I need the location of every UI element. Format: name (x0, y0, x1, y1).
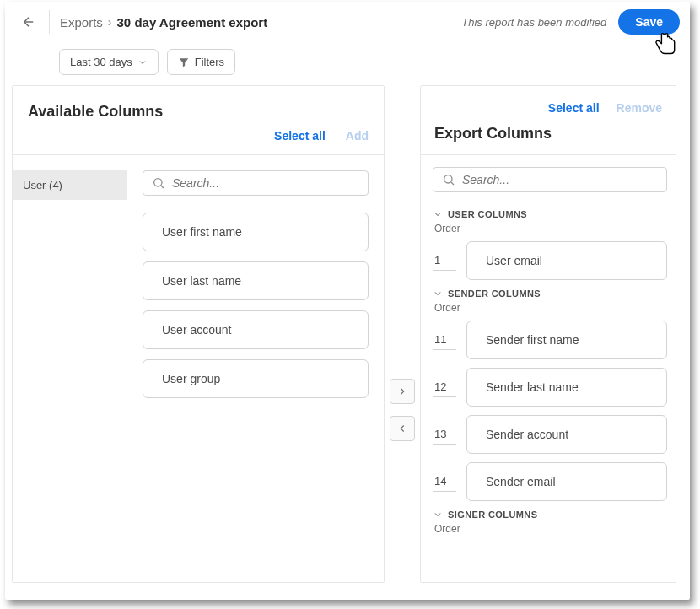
export-column[interactable]: Sender email (466, 462, 667, 501)
order-number[interactable]: 12 (433, 377, 456, 397)
chevron-left-icon (396, 423, 408, 434)
export-row: 14 Sender email (433, 462, 667, 501)
category-user[interactable]: User (4) (13, 170, 127, 200)
filter-icon (178, 57, 190, 68)
search-icon (152, 176, 165, 190)
move-left-button[interactable] (390, 416, 415, 441)
svg-point-1 (444, 175, 452, 183)
export-title: Export Columns (434, 125, 662, 143)
group-name: SENDER COLUMNS (448, 288, 541, 299)
available-add[interactable]: Add (346, 129, 369, 143)
order-number[interactable]: 1 (433, 251, 456, 271)
save-button[interactable]: Save (618, 9, 680, 35)
move-right-button[interactable] (390, 379, 415, 404)
group-name: USER COLUMNS (448, 209, 527, 219)
export-row: 13 Sender account (433, 415, 667, 454)
group-name: SIGNER COLUMNS (448, 509, 537, 520)
export-column[interactable]: User email (466, 241, 667, 280)
page-title: 30 day Agreement export (117, 15, 268, 30)
export-row: 12 Sender last name (433, 368, 667, 407)
breadcrumb-root[interactable]: Exports (60, 15, 103, 30)
order-label: Order (434, 223, 667, 234)
search-icon (442, 173, 455, 186)
available-column[interactable]: User last name (143, 261, 369, 300)
chevron-down-icon (433, 209, 443, 219)
chevron-right-icon: › (108, 15, 112, 29)
export-column[interactable]: Sender first name (466, 321, 667, 359)
order-number[interactable]: 11 (433, 330, 456, 350)
svg-point-0 (154, 179, 162, 186)
available-column[interactable]: User group (143, 359, 369, 398)
available-title: Available Columns (28, 103, 369, 121)
group-header-user[interactable]: USER COLUMNS (433, 209, 667, 219)
order-label: Order (434, 302, 667, 314)
chevron-down-icon (433, 509, 443, 520)
export-search-input[interactable] (462, 173, 658, 186)
export-column[interactable]: Sender account (466, 415, 667, 454)
date-range-dropdown[interactable]: Last 30 days (59, 49, 159, 75)
back-button[interactable] (15, 8, 42, 35)
divider (49, 10, 50, 34)
available-column[interactable]: User first name (143, 213, 369, 251)
export-columns-panel: Select all Remove Export Columns USER CO… (420, 85, 676, 583)
chevron-down-icon (433, 288, 443, 299)
filters-button[interactable]: Filters (167, 49, 235, 75)
group-header-sender[interactable]: SENDER COLUMNS (433, 288, 667, 299)
export-select-all[interactable]: Select all (548, 101, 600, 115)
available-select-all[interactable]: Select all (274, 129, 326, 143)
date-range-label: Last 30 days (70, 56, 132, 68)
export-column[interactable]: Sender last name (466, 368, 667, 407)
chevron-right-icon (396, 385, 408, 397)
export-remove[interactable]: Remove (617, 101, 662, 115)
chevron-down-icon (137, 57, 148, 67)
export-search[interactable] (433, 167, 667, 192)
arrow-left-icon (21, 14, 36, 30)
available-columns-panel: Available Columns Select all Add User (4… (12, 85, 385, 583)
modified-note: This report has been modified (461, 16, 606, 29)
export-scroll[interactable]: USER COLUMNS Order 1 User email SENDER C… (421, 155, 676, 582)
order-label: Order (434, 523, 667, 535)
group-header-signer[interactable]: SIGNER COLUMNS (433, 509, 667, 520)
export-row: 1 User email (433, 241, 667, 280)
available-search[interactable] (143, 170, 369, 196)
order-number[interactable]: 13 (433, 424, 456, 445)
filters-label: Filters (195, 56, 224, 68)
available-search-input[interactable] (172, 176, 359, 190)
order-number[interactable]: 14 (433, 472, 456, 492)
export-row: 11 Sender first name (433, 321, 667, 359)
available-column[interactable]: User account (143, 310, 369, 349)
